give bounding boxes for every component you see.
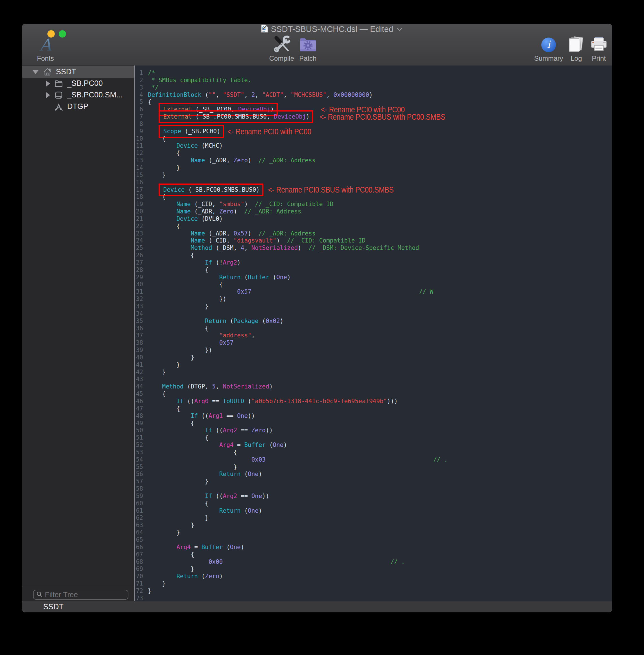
line-number[interactable]: 51 — [135, 434, 143, 442]
line-number[interactable]: 60 — [135, 500, 143, 507]
filter-tree-input[interactable]: Filter Tree — [33, 590, 129, 600]
line-number[interactable]: 6 — [135, 106, 143, 113]
line-number[interactable]: 61 — [135, 507, 143, 515]
line-number[interactable]: 46 — [135, 398, 143, 405]
line-number[interactable]: 26 — [135, 252, 143, 259]
line-number[interactable]: 69 — [135, 565, 143, 573]
line-number[interactable]: 7 — [135, 113, 143, 120]
line-number[interactable]: 9 — [135, 128, 143, 135]
sidebar-item--sb-pc00[interactable]: _SB.PC00 — [22, 77, 134, 89]
line-number[interactable]: 67 — [135, 551, 143, 559]
line-number[interactable]: 71 — [135, 580, 143, 588]
line-number[interactable]: 48 — [135, 412, 143, 420]
line-number[interactable]: 49 — [135, 420, 143, 427]
line-number[interactable]: 59 — [135, 493, 143, 500]
line-number[interactable]: 21 — [135, 216, 143, 223]
line-number[interactable]: 5 — [135, 98, 143, 106]
line-number[interactable]: 39 — [135, 347, 143, 354]
disclosure-open-icon[interactable] — [32, 70, 39, 74]
line-number[interactable]: 8 — [135, 120, 143, 128]
line-number[interactable]: 38 — [135, 339, 143, 347]
sidebar-item-ssdt[interactable]: SSDT — [22, 66, 134, 77]
chevron-down-icon[interactable] — [397, 27, 402, 32]
line-number[interactable]: 24 — [135, 237, 143, 245]
line-number[interactable]: 10 — [135, 135, 143, 142]
line-number[interactable]: 72 — [135, 588, 143, 595]
code-line: 7 External (_SB_.PC00.SMBS.BUS0, DeviceO… — [135, 113, 612, 120]
code-line: 24 Name (_CID, "diagsvault") // _CID: Co… — [135, 237, 612, 245]
line-number[interactable]: 57 — [135, 478, 143, 485]
fonts-button[interactable]: A Fonts — [22, 37, 69, 62]
line-number[interactable]: 65 — [135, 537, 143, 544]
line-number[interactable]: 47 — [135, 405, 143, 412]
line-number[interactable]: 36 — [135, 325, 143, 332]
line-number[interactable]: 40 — [135, 354, 143, 361]
line-number[interactable]: 41 — [135, 361, 143, 369]
code-editor[interactable]: 1/*2 * SMBus compatibility table.3 */4De… — [135, 66, 612, 601]
sidebar-item-dtgp[interactable]: DTGP — [22, 101, 134, 112]
line-number[interactable]: 73 — [135, 595, 143, 601]
line-number[interactable]: 45 — [135, 390, 143, 398]
code-line: 41 } — [135, 361, 612, 369]
print-button[interactable]: Print — [575, 37, 612, 62]
disclosure-closed-icon[interactable] — [46, 92, 50, 98]
line-number[interactable]: 11 — [135, 142, 143, 150]
code-line: 59 If ((Arg2 == One)) — [135, 493, 612, 500]
line-number[interactable]: 14 — [135, 164, 143, 172]
line-number[interactable]: 53 — [135, 449, 143, 456]
line-number[interactable]: 66 — [135, 544, 143, 551]
code-text: } — [148, 529, 180, 537]
disclosure-closed-icon[interactable] — [46, 81, 50, 87]
line-number[interactable]: 18 — [135, 194, 143, 201]
line-number[interactable]: 70 — [135, 573, 143, 580]
rename-annotation: <- Rename PCI0 with PC00 — [227, 128, 311, 135]
line-number[interactable]: 62 — [135, 514, 143, 522]
code-line: 4DefinitionBlock ("", "SSDT", 2, "ACDT",… — [135, 91, 612, 99]
line-number[interactable]: 22 — [135, 223, 143, 230]
line-number[interactable]: 4 — [135, 91, 143, 99]
line-number[interactable]: 25 — [135, 245, 143, 252]
line-number[interactable]: 16 — [135, 179, 143, 186]
code-text: { — [148, 135, 166, 142]
line-number[interactable]: 43 — [135, 376, 143, 383]
line-number[interactable]: 54 — [135, 456, 143, 464]
line-number[interactable]: 33 — [135, 303, 143, 310]
line-number[interactable]: 17 — [135, 186, 143, 194]
patch-button[interactable]: Patch — [284, 37, 332, 62]
code-line: 64 } — [135, 529, 612, 537]
line-number[interactable]: 29 — [135, 274, 143, 281]
line-number[interactable]: 50 — [135, 427, 143, 434]
line-number[interactable]: 19 — [135, 201, 143, 208]
code-line: 17 Device (_SB.PC00.SMBS.BUS0)<- Rename … — [135, 186, 612, 194]
line-number[interactable]: 20 — [135, 208, 143, 216]
line-number[interactable]: 12 — [135, 150, 143, 157]
line-number[interactable]: 55 — [135, 464, 143, 471]
line-number[interactable]: 63 — [135, 522, 143, 529]
line-number[interactable]: 34 — [135, 310, 143, 318]
line-number[interactable]: 44 — [135, 383, 143, 390]
line-number[interactable]: 27 — [135, 259, 143, 267]
line-number[interactable]: 32 — [135, 296, 143, 303]
line-number[interactable]: 13 — [135, 157, 143, 164]
svg-text:DSL: DSL — [262, 30, 266, 32]
line-number[interactable]: 52 — [135, 442, 143, 449]
line-number[interactable]: 3 — [135, 84, 143, 91]
line-number[interactable]: 68 — [135, 559, 143, 566]
line-number[interactable]: 64 — [135, 529, 143, 537]
line-number[interactable]: 37 — [135, 332, 143, 339]
sidebar-item--sb-pc00-sm-[interactable]: _SB.PC00.SM... — [22, 89, 134, 101]
line-number[interactable]: 35 — [135, 318, 143, 325]
line-number[interactable]: 42 — [135, 369, 143, 376]
line-number[interactable]: 23 — [135, 230, 143, 238]
line-number[interactable]: 1 — [135, 69, 143, 77]
code-text: Arg4 = Buffer (One) — [148, 544, 244, 551]
line-number[interactable]: 58 — [135, 485, 143, 493]
line-number[interactable]: 15 — [135, 172, 143, 179]
line-number[interactable]: 2 — [135, 77, 143, 84]
line-number[interactable]: 31 — [135, 288, 143, 296]
code-text: { — [148, 252, 194, 259]
line-number[interactable]: 28 — [135, 267, 143, 274]
line-number[interactable]: 56 — [135, 471, 143, 478]
line-number[interactable]: 30 — [135, 281, 143, 288]
code-text: Device (_SB.PC00.SMBS.BUS0) — [148, 186, 261, 194]
